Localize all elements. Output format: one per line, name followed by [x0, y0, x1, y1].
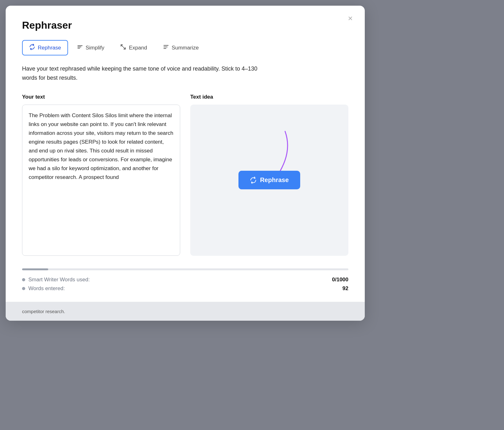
rephrase-cta-button[interactable]: Rephrase	[238, 171, 300, 189]
tab-expand-label: Expand	[129, 45, 147, 51]
overlay: × Rephraser Rephrase	[0, 0, 504, 430]
your-text-label: Your text	[22, 94, 180, 100]
rephrase-tab-icon	[29, 44, 35, 52]
tab-simplify-label: Simplify	[86, 45, 105, 51]
text-idea-section: Text idea Rephrase	[190, 94, 348, 257]
words-used-value: 0/1000	[332, 277, 348, 283]
close-button[interactable]: ×	[345, 13, 356, 24]
words-entered-dot	[22, 287, 25, 290]
text-input[interactable]: The Problem with Content Silos Silos lim…	[22, 105, 180, 256]
tab-summarize-label: Summarize	[172, 45, 199, 51]
words-entered-stat: Words entered: 92	[22, 285, 348, 292]
tab-summarize[interactable]: Summarize	[156, 40, 206, 55]
tab-description: Have your text rephrased while keeping t…	[22, 64, 268, 83]
bottom-strip: competitor research.	[6, 302, 365, 321]
your-text-section: Your text The Problem with Content Silos…	[22, 94, 180, 257]
progress-bar-wrap	[22, 268, 348, 270]
rephrase-cta-label: Rephrase	[260, 176, 289, 184]
words-entered-value: 92	[342, 285, 348, 292]
bottom-text: competitor research.	[22, 309, 65, 314]
svg-rect-2	[77, 48, 80, 49]
tab-simplify[interactable]: Simplify	[70, 40, 112, 55]
tab-rephrase-label: Rephrase	[38, 45, 61, 51]
progress-bar-fill	[22, 268, 48, 270]
expand-tab-icon	[120, 44, 126, 52]
content-grid: Your text The Problem with Content Silos…	[22, 94, 348, 257]
stats-section: Smart Writer Words used: 0/1000 Words en…	[22, 277, 348, 292]
rephrase-cta-icon	[250, 177, 257, 184]
svg-rect-1	[77, 47, 81, 47]
words-used-dot	[22, 278, 25, 281]
tab-rephrase[interactable]: Rephrase	[22, 40, 68, 55]
words-entered-label: Words entered:	[28, 285, 65, 292]
summarize-tab-icon	[163, 44, 169, 52]
svg-rect-0	[77, 45, 83, 46]
words-used-stat: Smart Writer Words used: 0/1000	[22, 277, 348, 283]
text-idea-box: Rephrase	[190, 105, 348, 256]
words-used-label: Smart Writer Words used:	[28, 277, 90, 283]
modal-dialog: × Rephraser Rephrase	[6, 6, 365, 321]
simplify-tab-icon	[77, 44, 83, 52]
text-idea-label: Text idea	[190, 94, 348, 100]
tab-expand[interactable]: Expand	[113, 40, 154, 55]
tab-bar: Rephrase Simplify	[22, 40, 348, 55]
modal-title: Rephraser	[22, 20, 348, 31]
